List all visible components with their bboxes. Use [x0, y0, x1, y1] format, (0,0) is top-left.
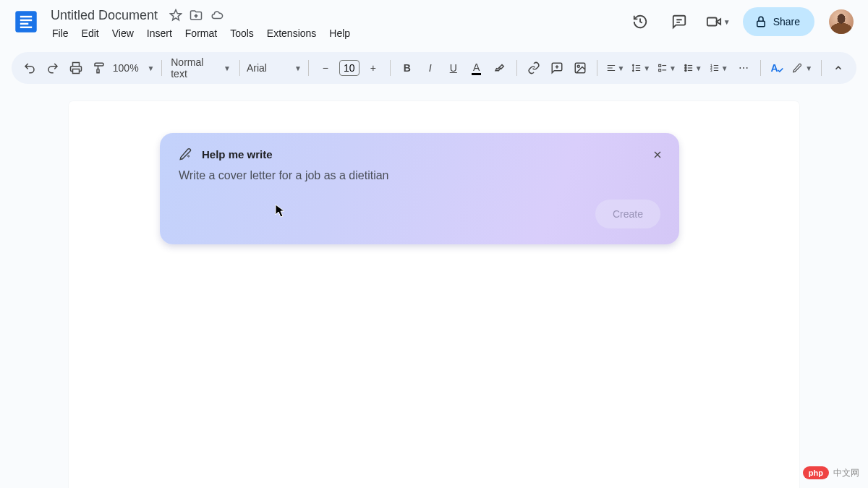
separator — [308, 60, 309, 76]
menu-tools[interactable]: Tools — [224, 25, 260, 42]
separator — [161, 60, 162, 76]
prompt-input[interactable]: Write a cover letter for a job as a diet… — [179, 169, 660, 182]
separator — [760, 60, 761, 76]
svg-rect-0 — [15, 11, 36, 32]
print-button[interactable] — [65, 57, 87, 79]
cloud-status-icon[interactable] — [210, 9, 224, 22]
bulleted-list-dropdown[interactable]: ▼ — [681, 57, 705, 79]
font-dropdown[interactable]: Arial▼ — [246, 57, 302, 79]
app-root: Untitled Document File Edit View Insert … — [0, 0, 868, 488]
chevron-down-icon: ▼ — [618, 64, 625, 72]
watermark: php 中文网 — [803, 466, 859, 479]
document-canvas[interactable]: Help me write Write a cover letter for a… — [0, 84, 868, 488]
meet-dropdown[interactable]: ▼ — [704, 7, 733, 36]
insert-image-button[interactable] — [569, 57, 591, 79]
redo-button[interactable] — [42, 57, 64, 79]
chevron-down-icon: ▼ — [224, 64, 231, 72]
svg-rect-10 — [659, 64, 661, 67]
highlight-button[interactable] — [489, 57, 511, 79]
separator — [390, 60, 391, 76]
insert-comment-button[interactable] — [546, 57, 568, 79]
align-dropdown[interactable]: ▼ — [603, 57, 628, 79]
move-icon[interactable] — [190, 9, 203, 22]
svg-rect-5 — [707, 18, 717, 26]
svg-rect-4 — [20, 27, 32, 28]
zoom-value: 100% — [113, 62, 139, 74]
svg-point-14 — [685, 69, 686, 71]
comments-icon[interactable] — [665, 7, 694, 36]
app-header: Untitled Document File Edit View Insert … — [0, 0, 868, 46]
docs-app-icon[interactable] — [12, 7, 41, 36]
help-me-write-card: Help me write Write a cover letter for a… — [160, 133, 679, 244]
chevron-down-icon: ▼ — [643, 64, 650, 72]
undo-button[interactable] — [19, 57, 41, 79]
line-spacing-dropdown[interactable]: ▼ — [629, 57, 653, 79]
menu-edit[interactable]: Edit — [76, 25, 105, 42]
font-size-input[interactable] — [339, 60, 359, 76]
insert-link-button[interactable] — [523, 57, 545, 79]
menu-extensions[interactable]: Extensions — [261, 25, 322, 42]
underline-button[interactable]: U — [443, 57, 464, 79]
watermark-text: 中文网 — [833, 467, 859, 479]
document-title[interactable]: Untitled Document — [46, 7, 162, 25]
chevron-down-icon: ▼ — [721, 64, 728, 72]
menu-help[interactable]: Help — [323, 25, 356, 42]
zoom-dropdown[interactable]: 100%▼ — [111, 57, 156, 79]
checklist-dropdown[interactable]: ▼ — [655, 57, 679, 79]
more-tools-button[interactable]: ⋯ — [733, 57, 754, 79]
close-icon — [652, 149, 663, 160]
svg-rect-1 — [20, 16, 32, 17]
style-value: Normal text — [171, 56, 218, 80]
paragraph-style-dropdown[interactable]: Normal text▼ — [168, 57, 234, 79]
separator — [597, 60, 597, 76]
font-value: Arial — [247, 62, 267, 74]
account-avatar[interactable] — [829, 9, 854, 34]
history-icon[interactable] — [626, 7, 655, 36]
collapse-toolbar-button[interactable] — [827, 57, 849, 79]
help-card-footer: Create — [179, 200, 660, 228]
help-card-title: Help me write — [202, 148, 273, 160]
separator — [821, 60, 822, 76]
numbered-list-dropdown[interactable]: 123▼ — [707, 57, 731, 79]
svg-point-9 — [577, 65, 579, 67]
star-icon[interactable] — [169, 9, 182, 22]
font-size-decrease[interactable]: − — [315, 57, 336, 79]
menu-insert[interactable]: Insert — [141, 25, 178, 42]
spellcheck-button[interactable]: A — [766, 57, 788, 79]
help-card-header: Help me write — [179, 147, 660, 160]
font-size-increase[interactable]: + — [362, 57, 384, 79]
document-page[interactable]: Help me write Write a cover letter for a… — [69, 101, 799, 488]
share-label: Share — [773, 16, 800, 27]
toolbar: 100%▼ Normal text▼ Arial▼ − + B I U A ▼ … — [12, 52, 856, 84]
chevron-down-icon: ▼ — [669, 64, 676, 72]
svg-point-12 — [685, 64, 686, 66]
svg-rect-7 — [73, 69, 80, 74]
font-size-control: − + — [315, 57, 384, 79]
menu-bar: File Edit View Insert Format Tools Exten… — [46, 25, 623, 42]
svg-point-13 — [685, 67, 686, 69]
separator — [516, 60, 517, 76]
chevron-down-icon: ▼ — [695, 64, 702, 72]
separator — [239, 60, 240, 76]
svg-rect-2 — [20, 20, 32, 21]
chevron-down-icon: ▼ — [805, 64, 812, 72]
share-button[interactable]: Share — [743, 7, 814, 36]
close-button[interactable] — [647, 145, 668, 165]
menu-format[interactable]: Format — [179, 25, 223, 42]
chevron-down-icon: ▼ — [294, 64, 302, 72]
text-color-button[interactable]: A — [466, 57, 488, 79]
svg-rect-11 — [659, 69, 661, 72]
menu-view[interactable]: View — [106, 25, 140, 42]
watermark-logo: php — [803, 466, 829, 479]
italic-button[interactable]: I — [420, 57, 441, 79]
paint-format-button[interactable] — [88, 57, 110, 79]
create-button[interactable]: Create — [595, 200, 660, 228]
chevron-down-icon: ▼ — [148, 64, 155, 72]
title-area: Untitled Document File Edit View Insert … — [43, 6, 623, 42]
menu-file[interactable]: File — [46, 25, 75, 42]
svg-rect-3 — [20, 23, 28, 25]
svg-text:3: 3 — [710, 69, 712, 72]
bold-button[interactable]: B — [396, 57, 418, 79]
svg-rect-6 — [757, 21, 765, 27]
editing-mode-dropdown[interactable]: ▼ — [789, 57, 815, 79]
